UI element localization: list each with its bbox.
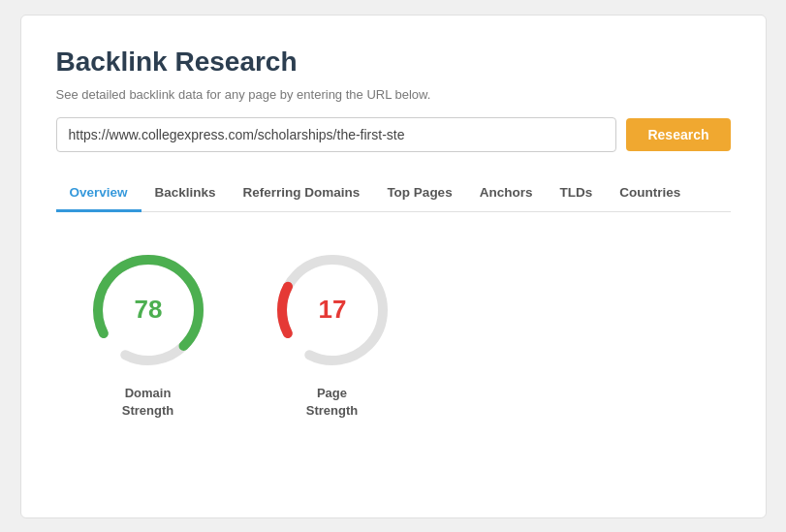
page-strength-svg: 17 — [269, 247, 395, 373]
page-strength-value: 17 — [318, 295, 346, 324]
url-input[interactable] — [56, 117, 617, 152]
research-button[interactable]: Research — [626, 118, 730, 151]
tabs-nav: Overview Backlinks Referring Domains Top… — [56, 175, 731, 212]
domain-strength-value: 78 — [134, 295, 162, 324]
page-subtitle: See detailed backlink data for any page … — [56, 87, 731, 102]
tab-overview[interactable]: Overview — [56, 175, 141, 212]
gauges-section: 78 DomainStrength 17 PageStrength — [56, 247, 731, 420]
tab-top-pages[interactable]: Top Pages — [373, 175, 465, 212]
domain-strength-gauge: 78 DomainStrength — [85, 247, 211, 420]
page-title: Backlink Research — [56, 47, 731, 78]
main-card: Backlink Research See detailed backlink … — [20, 15, 767, 518]
search-row: Research — [56, 117, 731, 152]
tab-tlds[interactable]: TLDs — [546, 175, 606, 212]
tab-countries[interactable]: Countries — [606, 175, 694, 212]
page-strength-label: PageStrength — [306, 385, 358, 420]
tab-backlinks[interactable]: Backlinks — [141, 175, 230, 212]
tab-anchors[interactable]: Anchors — [466, 175, 547, 212]
page-strength-gauge: 17 PageStrength — [269, 247, 395, 420]
domain-strength-svg: 78 — [85, 247, 211, 373]
domain-strength-label: DomainStrength — [122, 385, 173, 420]
tab-referring-domains[interactable]: Referring Domains — [230, 175, 374, 212]
